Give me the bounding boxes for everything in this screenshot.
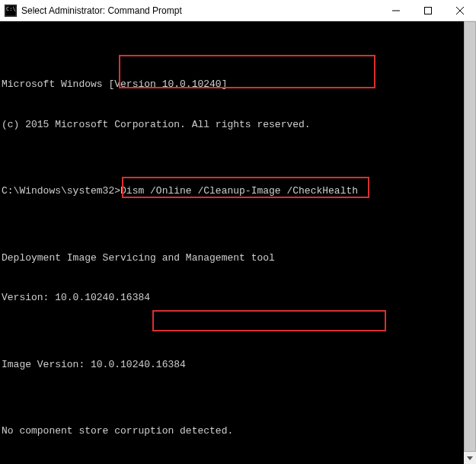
window-controls xyxy=(380,0,476,21)
cmd-icon: C:\ xyxy=(5,5,17,17)
terminal[interactable]: Microsoft Windows [Version 10.0.10240] (… xyxy=(0,21,476,464)
titlebar[interactable]: C:\ Select Administrator: Command Prompt xyxy=(0,0,476,21)
terminal-wrap: Microsoft Windows [Version 10.0.10240] (… xyxy=(0,21,476,464)
command-line: C:\Windows\system32>Dism /Online /Cleanu… xyxy=(2,184,474,198)
output-line: Image Version: 10.0.10240.16384 xyxy=(2,358,474,372)
terminal-content: Microsoft Windows [Version 10.0.10240] (… xyxy=(2,51,474,464)
maximize-button[interactable] xyxy=(412,0,444,21)
svg-rect-4 xyxy=(425,7,432,14)
svg-text:C:\: C:\ xyxy=(6,6,16,12)
close-button[interactable] xyxy=(444,0,476,21)
scrollbar[interactable] xyxy=(464,21,476,464)
output-line: No component store corruption detected. xyxy=(2,424,474,438)
output-line: Version: 10.0.10240.16384 xyxy=(2,291,474,305)
output-line: (c) 2015 Microsoft Corporation. All righ… xyxy=(2,118,474,132)
output-line: Microsoft Windows [Version 10.0.10240] xyxy=(2,78,474,91)
scroll-thumb[interactable] xyxy=(464,21,476,452)
minimize-button[interactable] xyxy=(380,0,412,21)
svg-marker-7 xyxy=(467,456,473,460)
output-line: Deployment Image Servicing and Managemen… xyxy=(2,251,474,265)
annotation-highlight xyxy=(152,310,386,331)
scroll-down-button[interactable] xyxy=(464,452,476,464)
window-title: Select Administrator: Command Prompt xyxy=(21,5,380,16)
